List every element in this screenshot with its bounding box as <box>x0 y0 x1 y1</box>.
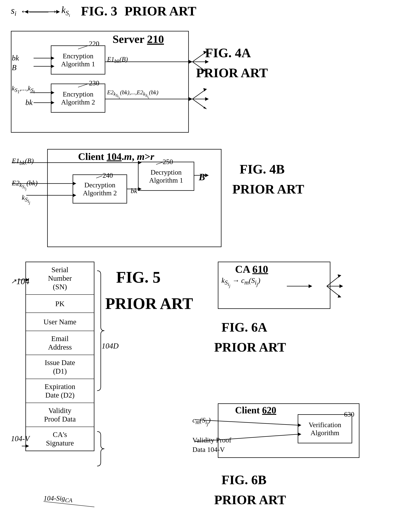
label-104sig: 104-SigCA <box>43 494 72 504</box>
ca-formula: kSij → cm(Sij) <box>222 276 260 288</box>
fig4b-title: FIG. 4B <box>240 162 285 177</box>
enc1-box: Encryption Algorithm 1 <box>51 45 105 75</box>
fig6a-prior-art: PRIOR ART <box>214 340 286 355</box>
e1bk-input: E1bk(B) <box>12 157 34 166</box>
fig3-double-arrow: ←——→ <box>20 6 58 17</box>
client620-label: Client 620 <box>235 405 276 416</box>
client-label: Client 104.m, m>r <box>78 151 154 162</box>
B-output-label: B <box>199 172 205 182</box>
enc2-box: Encryption Algorithm 2 <box>51 84 105 113</box>
bk-mid-output: bk <box>131 187 137 195</box>
svg-marker-50 <box>339 284 343 288</box>
page: si ←——→ kSi FIG. 3 PRIOR ART Server 210 … <box>0 0 401 532</box>
svg-line-25 <box>192 99 205 108</box>
server-label: Server 210 <box>112 33 164 46</box>
cert-email: EmailAddress <box>26 331 94 355</box>
ca-label: CA 610 <box>235 263 268 275</box>
svg-marker-48 <box>338 274 341 278</box>
svg-marker-12 <box>189 60 192 63</box>
svg-marker-14 <box>189 97 192 101</box>
bk-input-label: bk <box>12 54 19 62</box>
cert-issue-date: Issue Date(D1) <box>26 355 94 379</box>
fig6a-title: FIG. 6A <box>222 320 267 335</box>
e1-output-label: E1bk(B) <box>107 55 128 64</box>
fig5-prior-art: PRIOR ART <box>105 294 193 313</box>
svg-marker-18 <box>205 60 209 63</box>
validity-data-input: Data 104-V <box>192 445 225 454</box>
fig5-title: FIG. 5 <box>116 268 160 286</box>
verif-box: Verification Algorithm <box>298 414 352 443</box>
svg-marker-26 <box>203 107 207 109</box>
bk2-input-label: bk <box>25 98 33 107</box>
ksi-input-label: kS1,...,kSt <box>12 84 35 94</box>
cert-table: SerialNumber(SN) PK User Name EmailAddre… <box>25 262 94 451</box>
e2bk-input: E2kSij(bk) <box>12 179 37 191</box>
B-input-label: B <box>12 63 17 72</box>
fig4a-title: FIG. 4A <box>205 45 251 61</box>
label-104V: 104-V <box>11 434 30 443</box>
label-104D: 104D <box>102 342 118 350</box>
cert-username: User Name <box>26 313 94 331</box>
cert-expiration: ExpirationDate (D2) <box>26 379 94 403</box>
label-104: ↗104 <box>11 276 29 286</box>
fig6b-title: FIG. 6B <box>222 472 266 488</box>
fig6b-prior-art: PRIOR ART <box>214 492 286 507</box>
fig3-header: si ←——→ kSi FIG. 3 PRIOR ART <box>11 4 197 19</box>
svg-line-21 <box>192 90 205 99</box>
svg-line-15 <box>192 53 205 62</box>
svg-marker-52 <box>338 295 341 298</box>
svg-marker-24 <box>205 97 209 101</box>
e2-output-label: E2kSi1(bk),...,E2kSit(bk) <box>107 89 158 99</box>
cert-pk: PK <box>26 295 94 313</box>
fig4b-prior-art: PRIOR ART <box>232 182 304 197</box>
cert-ca-sig: CA'sSignature <box>26 427 94 451</box>
fig3-prior-art: PRIOR ART <box>124 4 197 19</box>
fig3-si-label: si <box>11 5 16 17</box>
fig3-title: FIG. 3 <box>81 4 117 19</box>
svg-marker-22 <box>203 88 207 91</box>
ksij-input: kSij <box>22 194 30 205</box>
cert-validity: ValidityProof Data <box>26 403 94 427</box>
cm-sij-input: cm(Sij) <box>192 416 210 427</box>
dec2-box: Decryption Algorithm 2 <box>73 174 127 203</box>
fig4a-prior-art: PRIOR ART <box>196 65 268 81</box>
dec1-box: Decryption Algorithm 1 <box>138 162 194 191</box>
fig3-ksi-label: kSi <box>61 5 70 18</box>
validity-input: Validity Proof <box>192 436 231 444</box>
cert-sn: SerialNumber(SN) <box>26 262 94 295</box>
